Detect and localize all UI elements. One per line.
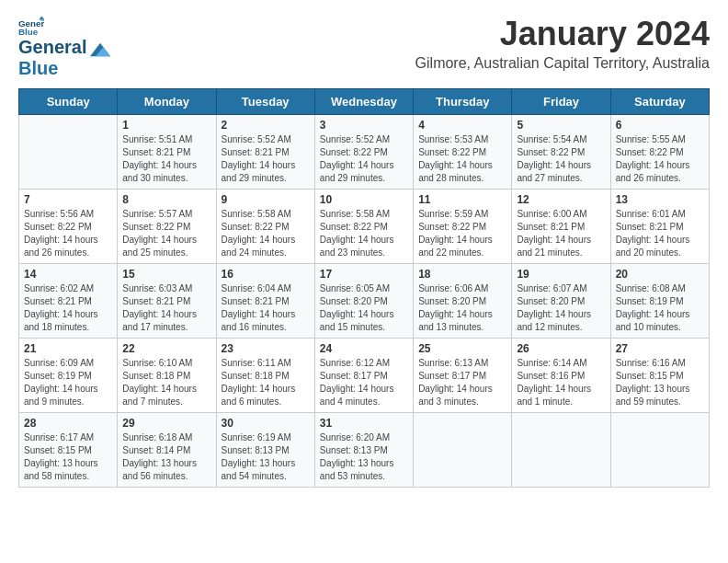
day-header-sunday: Sunday bbox=[19, 89, 118, 115]
calendar-cell: 5Sunrise: 5:54 AM Sunset: 8:22 PM Daylig… bbox=[512, 115, 610, 190]
month-title: January 2024 bbox=[415, 15, 710, 53]
calendar-cell: 14Sunrise: 6:02 AM Sunset: 8:21 PM Dayli… bbox=[19, 264, 118, 339]
day-detail: Sunrise: 6:16 AM Sunset: 8:15 PM Dayligh… bbox=[616, 357, 704, 408]
day-number: 10 bbox=[320, 193, 408, 206]
location-title: Gilmore, Australian Capital Territory, A… bbox=[415, 55, 710, 72]
day-detail: Sunrise: 5:53 AM Sunset: 8:22 PM Dayligh… bbox=[418, 133, 506, 185]
calendar-cell: 11Sunrise: 5:59 AM Sunset: 8:22 PM Dayli… bbox=[414, 190, 512, 264]
calendar-cell: 21Sunrise: 6:09 AM Sunset: 8:19 PM Dayli… bbox=[19, 339, 118, 413]
day-detail: Sunrise: 6:06 AM Sunset: 8:20 PM Dayligh… bbox=[418, 282, 506, 334]
calendar-cell: 10Sunrise: 5:58 AM Sunset: 8:22 PM Dayli… bbox=[314, 190, 413, 264]
days-header-row: SundayMondayTuesdayWednesdayThursdayFrid… bbox=[19, 89, 710, 115]
day-detail: Sunrise: 6:11 AM Sunset: 8:18 PM Dayligh… bbox=[222, 357, 310, 408]
calendar-week-row: 21Sunrise: 6:09 AM Sunset: 8:19 PM Dayli… bbox=[19, 339, 710, 413]
calendar-cell: 12Sunrise: 6:00 AM Sunset: 8:21 PM Dayli… bbox=[512, 190, 610, 264]
calendar-cell: 16Sunrise: 6:04 AM Sunset: 8:21 PM Dayli… bbox=[216, 264, 314, 339]
calendar-cell: 8Sunrise: 5:57 AM Sunset: 8:22 PM Daylig… bbox=[118, 190, 216, 264]
day-number: 16 bbox=[222, 268, 310, 281]
day-number: 18 bbox=[418, 268, 506, 281]
day-number: 6 bbox=[616, 119, 704, 132]
day-detail: Sunrise: 5:52 AM Sunset: 8:22 PM Dayligh… bbox=[320, 133, 408, 185]
calendar-cell: 26Sunrise: 6:14 AM Sunset: 8:16 PM Dayli… bbox=[512, 339, 610, 413]
header: General Blue General Blue January 2024 G… bbox=[18, 15, 710, 79]
day-number: 13 bbox=[616, 193, 704, 206]
day-detail: Sunrise: 5:59 AM Sunset: 8:22 PM Dayligh… bbox=[418, 208, 506, 259]
day-number: 15 bbox=[122, 268, 210, 281]
day-number: 19 bbox=[517, 268, 605, 281]
day-detail: Sunrise: 6:08 AM Sunset: 8:19 PM Dayligh… bbox=[616, 282, 704, 334]
day-number: 12 bbox=[517, 193, 605, 206]
day-header-friday: Friday bbox=[512, 89, 610, 115]
calendar-cell: 25Sunrise: 6:13 AM Sunset: 8:17 PM Dayli… bbox=[414, 339, 512, 413]
calendar-cell bbox=[414, 413, 512, 488]
day-header-tuesday: Tuesday bbox=[216, 89, 314, 115]
day-detail: Sunrise: 6:05 AM Sunset: 8:20 PM Dayligh… bbox=[320, 282, 408, 334]
day-detail: Sunrise: 6:04 AM Sunset: 8:21 PM Dayligh… bbox=[222, 282, 310, 334]
day-number: 30 bbox=[222, 417, 310, 430]
calendar-week-row: 1Sunrise: 5:51 AM Sunset: 8:21 PM Daylig… bbox=[19, 115, 710, 190]
calendar-cell: 27Sunrise: 6:16 AM Sunset: 8:15 PM Dayli… bbox=[610, 339, 709, 413]
calendar-cell: 9Sunrise: 5:58 AM Sunset: 8:22 PM Daylig… bbox=[216, 190, 314, 264]
day-number: 9 bbox=[222, 193, 310, 206]
calendar-cell bbox=[610, 413, 709, 488]
day-detail: Sunrise: 5:58 AM Sunset: 8:22 PM Dayligh… bbox=[320, 208, 408, 259]
day-number: 21 bbox=[24, 342, 112, 355]
day-number: 5 bbox=[517, 119, 605, 132]
calendar-week-row: 14Sunrise: 6:02 AM Sunset: 8:21 PM Dayli… bbox=[19, 264, 710, 339]
calendar-cell: 3Sunrise: 5:52 AM Sunset: 8:22 PM Daylig… bbox=[314, 115, 413, 190]
day-detail: Sunrise: 5:54 AM Sunset: 8:22 PM Dayligh… bbox=[517, 133, 605, 185]
svg-text:Blue: Blue bbox=[18, 27, 39, 37]
calendar-week-row: 7Sunrise: 5:56 AM Sunset: 8:22 PM Daylig… bbox=[19, 190, 710, 264]
day-number: 20 bbox=[616, 268, 704, 281]
day-number: 23 bbox=[222, 342, 310, 355]
calendar-cell: 28Sunrise: 6:17 AM Sunset: 8:15 PM Dayli… bbox=[19, 413, 118, 488]
calendar-week-row: 28Sunrise: 6:17 AM Sunset: 8:15 PM Dayli… bbox=[19, 413, 710, 488]
day-header-thursday: Thursday bbox=[414, 89, 512, 115]
calendar-cell: 17Sunrise: 6:05 AM Sunset: 8:20 PM Dayli… bbox=[314, 264, 413, 339]
calendar-cell: 22Sunrise: 6:10 AM Sunset: 8:18 PM Dayli… bbox=[118, 339, 216, 413]
calendar-cell: 1Sunrise: 5:51 AM Sunset: 8:21 PM Daylig… bbox=[118, 115, 216, 190]
day-number: 7 bbox=[24, 193, 112, 206]
logo: General Blue General Blue bbox=[18, 15, 110, 79]
day-number: 2 bbox=[222, 119, 310, 132]
calendar-table: SundayMondayTuesdayWednesdayThursdayFrid… bbox=[18, 88, 710, 488]
day-detail: Sunrise: 6:01 AM Sunset: 8:21 PM Dayligh… bbox=[616, 208, 704, 259]
title-block: January 2024 Gilmore, Australian Capital… bbox=[415, 15, 710, 72]
day-detail: Sunrise: 6:07 AM Sunset: 8:20 PM Dayligh… bbox=[517, 282, 605, 334]
day-detail: Sunrise: 6:20 AM Sunset: 8:13 PM Dayligh… bbox=[320, 431, 408, 483]
calendar-cell: 30Sunrise: 6:19 AM Sunset: 8:13 PM Dayli… bbox=[216, 413, 314, 488]
calendar-cell: 29Sunrise: 6:18 AM Sunset: 8:14 PM Dayli… bbox=[118, 413, 216, 488]
day-detail: Sunrise: 5:56 AM Sunset: 8:22 PM Dayligh… bbox=[24, 208, 112, 259]
day-number: 28 bbox=[24, 417, 112, 430]
day-detail: Sunrise: 6:10 AM Sunset: 8:18 PM Dayligh… bbox=[122, 357, 210, 408]
day-detail: Sunrise: 5:55 AM Sunset: 8:22 PM Dayligh… bbox=[616, 133, 704, 185]
calendar-cell: 24Sunrise: 6:12 AM Sunset: 8:17 PM Dayli… bbox=[314, 339, 413, 413]
day-number: 3 bbox=[320, 119, 408, 132]
day-detail: Sunrise: 6:13 AM Sunset: 8:17 PM Dayligh… bbox=[418, 357, 506, 408]
day-detail: Sunrise: 6:12 AM Sunset: 8:17 PM Dayligh… bbox=[320, 357, 408, 408]
calendar-cell: 15Sunrise: 6:03 AM Sunset: 8:21 PM Dayli… bbox=[118, 264, 216, 339]
day-detail: Sunrise: 6:00 AM Sunset: 8:21 PM Dayligh… bbox=[517, 208, 605, 259]
day-detail: Sunrise: 6:03 AM Sunset: 8:21 PM Dayligh… bbox=[122, 282, 210, 334]
day-header-monday: Monday bbox=[118, 89, 216, 115]
calendar-cell bbox=[512, 413, 610, 488]
day-detail: Sunrise: 5:52 AM Sunset: 8:21 PM Dayligh… bbox=[222, 133, 310, 185]
calendar-cell: 31Sunrise: 6:20 AM Sunset: 8:13 PM Dayli… bbox=[314, 413, 413, 488]
calendar-cell: 20Sunrise: 6:08 AM Sunset: 8:19 PM Dayli… bbox=[610, 264, 709, 339]
day-detail: Sunrise: 6:17 AM Sunset: 8:15 PM Dayligh… bbox=[24, 431, 112, 483]
day-number: 25 bbox=[418, 342, 506, 355]
calendar-cell: 2Sunrise: 5:52 AM Sunset: 8:21 PM Daylig… bbox=[216, 115, 314, 190]
day-detail: Sunrise: 6:02 AM Sunset: 8:21 PM Dayligh… bbox=[24, 282, 112, 334]
logo-arrow-icon bbox=[90, 40, 110, 60]
day-number: 14 bbox=[24, 268, 112, 281]
day-number: 24 bbox=[320, 342, 408, 355]
day-number: 27 bbox=[616, 342, 704, 355]
calendar-cell: 7Sunrise: 5:56 AM Sunset: 8:22 PM Daylig… bbox=[19, 190, 118, 264]
day-detail: Sunrise: 5:58 AM Sunset: 8:22 PM Dayligh… bbox=[222, 208, 310, 259]
logo-text: General Blue bbox=[18, 37, 86, 79]
day-number: 4 bbox=[418, 119, 506, 132]
calendar-cell: 13Sunrise: 6:01 AM Sunset: 8:21 PM Dayli… bbox=[610, 190, 709, 264]
day-header-saturday: Saturday bbox=[610, 89, 709, 115]
calendar-cell bbox=[19, 115, 118, 190]
calendar-cell: 18Sunrise: 6:06 AM Sunset: 8:20 PM Dayli… bbox=[414, 264, 512, 339]
